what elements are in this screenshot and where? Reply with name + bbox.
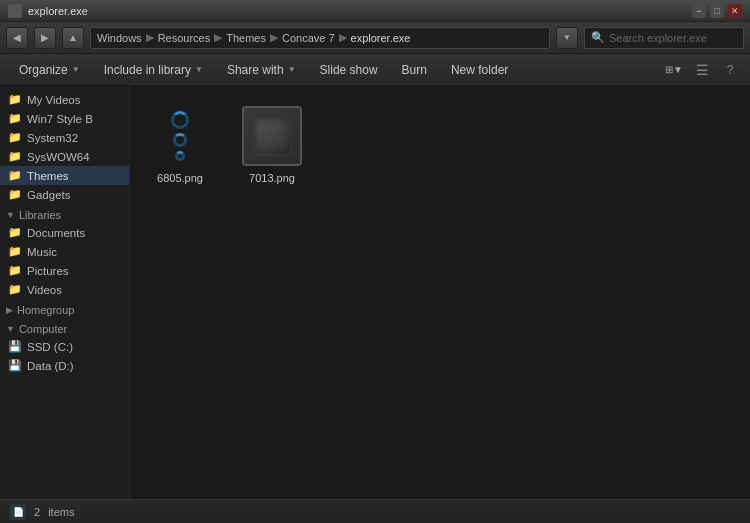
maximize-button[interactable]: □ [710, 4, 724, 18]
sidebar-item-ssd[interactable]: 💾 SSD (C:) [0, 337, 129, 356]
folder-icon: 📁 [8, 169, 22, 182]
share-with-button[interactable]: Share with ▼ [216, 58, 307, 82]
loading-spinner-3 [175, 151, 185, 161]
chevron-icon: ▼ [6, 324, 15, 334]
folder-icon: 📁 [8, 188, 22, 201]
slideshow-button[interactable]: Slide show [309, 58, 389, 82]
main-layout: 📁 My Videos 📁 Win7 Style B 📁 System32 📁 … [0, 86, 750, 499]
loading-indicator [148, 104, 212, 168]
status-bar: 📄 2 items [0, 499, 750, 523]
sidebar-item-music[interactable]: 📁 Music [0, 242, 129, 261]
path-current[interactable]: explorer.exe [351, 32, 411, 44]
loading-spinner-2 [173, 133, 187, 147]
content-area: 6805.png 7013.png [130, 86, 750, 499]
sidebar-item-syswow64[interactable]: 📁 SysWOW64 [0, 147, 129, 166]
chevron-icon: ▶ [6, 305, 13, 315]
path-resources[interactable]: Resources [158, 32, 211, 44]
folder-icon: 📁 [8, 283, 22, 296]
folder-icon: 📁 [8, 264, 22, 277]
toolbar: Organize ▼ Include in library ▼ Share wi… [0, 54, 750, 86]
search-icon: 🔍 [591, 31, 605, 44]
title-bar: explorer.exe − □ ✕ [0, 0, 750, 22]
search-box[interactable]: 🔍 Search explorer.exe [584, 27, 744, 49]
search-placeholder: Search explorer.exe [609, 32, 707, 44]
path-concave[interactable]: Concave 7 [282, 32, 335, 44]
folder-icon: 📁 [8, 245, 22, 258]
help-button[interactable]: ? [718, 58, 742, 82]
app-icon [8, 4, 22, 18]
file-grid: 6805.png 7013.png [142, 98, 738, 190]
sidebar: 📁 My Videos 📁 Win7 Style B 📁 System32 📁 … [0, 86, 130, 499]
sidebar-item-myvideos[interactable]: 📁 My Videos [0, 90, 129, 109]
include-in-library-button[interactable]: Include in library ▼ [93, 58, 214, 82]
minimize-button[interactable]: − [692, 4, 706, 18]
address-bar: ◀ ▶ ▲ Windows ▶ Resources ▶ Themes ▶ Con… [0, 22, 750, 54]
new-folder-button[interactable]: New folder [440, 58, 519, 82]
sidebar-item-win7style[interactable]: 📁 Win7 Style B [0, 109, 129, 128]
path-refresh-button[interactable]: ▼ [556, 27, 578, 49]
sidebar-section-homegroup[interactable]: ▶ Homegroup [0, 299, 129, 318]
sidebar-item-videos[interactable]: 📁 Videos [0, 280, 129, 299]
status-unit: items [48, 506, 74, 518]
sidebar-item-documents[interactable]: 📁 Documents [0, 223, 129, 242]
file-icon-container [148, 104, 212, 168]
file-name: 6805.png [157, 172, 203, 184]
chevron-icon: ▼ [6, 210, 15, 220]
folder-icon: 📁 [8, 131, 22, 144]
file-name: 7013.png [249, 172, 295, 184]
folder-icon: 📁 [8, 226, 22, 239]
folder-icon: 📁 [8, 112, 22, 125]
path-themes[interactable]: Themes [226, 32, 266, 44]
drive-icon: 💾 [8, 340, 22, 353]
up-button[interactable]: ▲ [62, 27, 84, 49]
status-icon: 📄 [10, 504, 26, 520]
file-icon-container [240, 104, 304, 168]
file-item[interactable]: 6805.png [142, 98, 218, 190]
sidebar-section-libraries[interactable]: ▼ Libraries [0, 204, 129, 223]
address-path[interactable]: Windows ▶ Resources ▶ Themes ▶ Concave 7… [90, 27, 550, 49]
file-item[interactable]: 7013.png [234, 98, 310, 190]
path-windows[interactable]: Windows [97, 32, 142, 44]
forward-button[interactable]: ▶ [34, 27, 56, 49]
file-thumbnail [242, 106, 302, 166]
loading-spinner [171, 111, 189, 129]
sidebar-item-system32[interactable]: 📁 System32 [0, 128, 129, 147]
thumbnail-inner [254, 118, 290, 154]
folder-icon: 📁 [8, 150, 22, 163]
burn-button[interactable]: Burn [391, 58, 438, 82]
sidebar-section-computer[interactable]: ▼ Computer [0, 318, 129, 337]
organize-button[interactable]: Organize ▼ [8, 58, 91, 82]
window-title: explorer.exe [28, 5, 88, 17]
details-pane-button[interactable]: ☰ [690, 58, 714, 82]
back-button[interactable]: ◀ [6, 27, 28, 49]
sidebar-item-data[interactable]: 💾 Data (D:) [0, 356, 129, 375]
close-button[interactable]: ✕ [728, 4, 742, 18]
change-view-button[interactable]: ⊞▼ [662, 58, 686, 82]
status-count: 2 [34, 506, 40, 518]
sidebar-item-themes[interactable]: 📁 Themes [0, 166, 129, 185]
drive-icon: 💾 [8, 359, 22, 372]
folder-icon: 📁 [8, 93, 22, 106]
sidebar-item-pictures[interactable]: 📁 Pictures [0, 261, 129, 280]
sidebar-item-gadgets[interactable]: 📁 Gadgets [0, 185, 129, 204]
